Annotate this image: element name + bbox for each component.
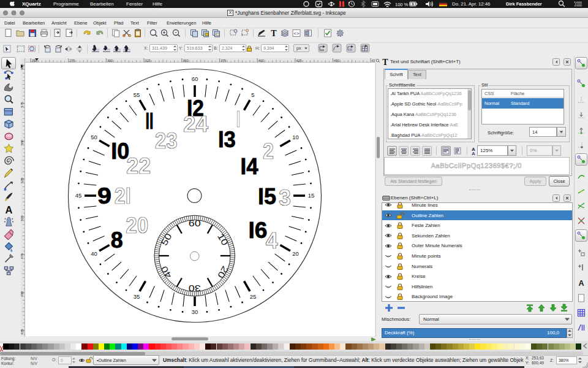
svg-text:50: 50	[91, 134, 97, 140]
svg-text:525: 525	[21, 178, 24, 183]
svg-text:25: 25	[250, 293, 257, 300]
svg-text:45: 45	[75, 192, 82, 199]
svg-text:40: 40	[91, 250, 97, 257]
svg-text:22: 22	[126, 153, 151, 178]
svg-text:2I: 2I	[115, 183, 131, 209]
svg-text:30: 30	[192, 309, 198, 315]
svg-text:60: 60	[192, 75, 198, 82]
svg-text:20: 20	[292, 250, 299, 257]
svg-text:<>: <>	[293, 31, 300, 36]
svg-text:425: 425	[21, 329, 24, 334]
svg-text:475: 475	[21, 253, 24, 259]
svg-text:55: 55	[134, 91, 140, 98]
svg-text:II: II	[146, 109, 154, 134]
svg-text:450: 450	[21, 291, 24, 297]
svg-text:A: A	[578, 279, 584, 288]
svg-text:I5: I5	[258, 184, 276, 209]
svg-text:A: A	[5, 204, 12, 215]
svg-text:30: 30	[189, 283, 201, 293]
svg-text:5: 5	[251, 91, 254, 98]
svg-text:2: 2	[263, 139, 274, 164]
svg-text:23: 23	[155, 128, 178, 153]
svg-text:I6: I6	[249, 218, 268, 243]
svg-text:550: 550	[21, 140, 24, 145]
svg-text:500: 500	[21, 215, 24, 221]
svg-text:575: 575	[21, 102, 24, 107]
svg-text:I: I	[236, 107, 241, 132]
svg-text:I3: I3	[218, 127, 236, 152]
svg-text:I4: I4	[241, 154, 258, 179]
svg-text:T: T	[271, 29, 277, 38]
svg-text:24: 24	[183, 112, 208, 137]
svg-text:20: 20	[126, 213, 148, 238]
svg-text:8: 8	[111, 228, 123, 253]
svg-text:A: A	[472, 151, 475, 156]
svg-text:35: 35	[134, 293, 140, 300]
svg-text:T: T	[382, 58, 388, 66]
svg-text:10: 10	[292, 134, 299, 140]
svg-text:4: 4	[266, 228, 278, 253]
svg-text:9: 9	[97, 183, 111, 209]
svg-text:15: 15	[308, 192, 315, 199]
svg-text:60: 60	[189, 218, 201, 228]
svg-text:3: 3	[279, 185, 291, 210]
